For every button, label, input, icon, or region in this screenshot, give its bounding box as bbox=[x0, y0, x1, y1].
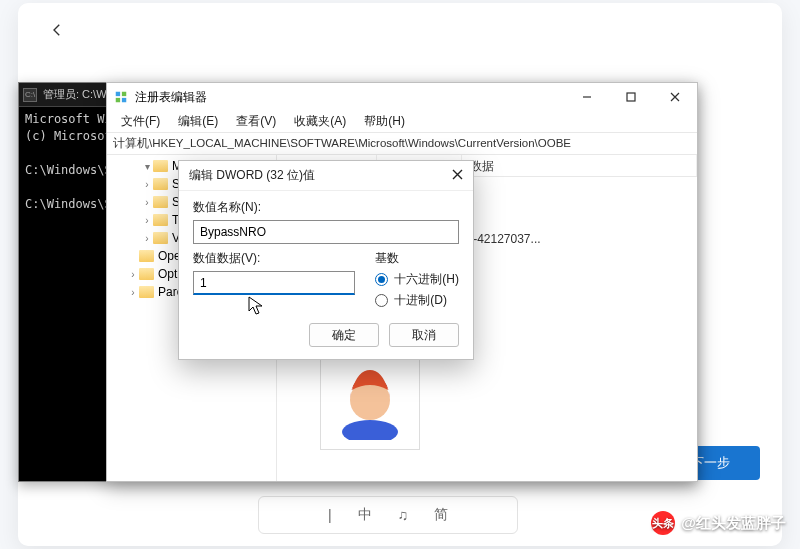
watermark-text: @红头发蓝胖子 bbox=[681, 514, 786, 533]
regedit-path[interactable]: 计算机\HKEY_LOCAL_MACHINE\SOFTWARE\Microsof… bbox=[107, 133, 697, 155]
watermark: 头条 @红头发蓝胖子 bbox=[651, 511, 786, 535]
menu-file[interactable]: 文件(F) bbox=[113, 110, 168, 133]
dialog-close-button[interactable] bbox=[452, 169, 463, 183]
dialog-title-text: 编辑 DWORD (32 位)值 bbox=[189, 167, 315, 184]
value-name-label: 数值名称(N): bbox=[193, 199, 459, 216]
regedit-icon bbox=[113, 89, 129, 105]
col-data[interactable]: 数据 bbox=[462, 155, 697, 176]
svg-rect-4 bbox=[627, 93, 635, 101]
edit-dword-dialog: 编辑 DWORD (32 位)值 数值名称(N): 数值数据(V): 基数 十六… bbox=[178, 160, 474, 360]
ime-item[interactable]: | bbox=[322, 507, 338, 523]
menu-view[interactable]: 查看(V) bbox=[228, 110, 284, 133]
svg-rect-1 bbox=[122, 92, 126, 96]
value-data-input[interactable] bbox=[193, 271, 355, 295]
svg-point-5 bbox=[342, 420, 398, 440]
ime-item[interactable]: 简 bbox=[428, 506, 454, 524]
menu-help[interactable]: 帮助(H) bbox=[356, 110, 413, 133]
watermark-logo-icon: 头条 bbox=[651, 511, 675, 535]
cancel-button[interactable]: 取消 bbox=[389, 323, 459, 347]
value-name-input[interactable] bbox=[193, 220, 459, 244]
regedit-titlebar[interactable]: 注册表编辑器 bbox=[107, 83, 697, 111]
back-button[interactable] bbox=[48, 21, 66, 42]
ime-item[interactable]: ♫ bbox=[392, 507, 415, 523]
avatar-image bbox=[320, 350, 420, 450]
svg-rect-0 bbox=[116, 92, 120, 96]
menu-edit[interactable]: 编辑(E) bbox=[170, 110, 226, 133]
cmd-title-text: 管理员: C:\Wi bbox=[43, 87, 109, 102]
svg-rect-2 bbox=[116, 98, 120, 102]
dialog-titlebar[interactable]: 编辑 DWORD (32 位)值 bbox=[179, 161, 473, 191]
value-data-label: 数值数据(V): bbox=[193, 250, 355, 267]
ok-button[interactable]: 确定 bbox=[309, 323, 379, 347]
regedit-menubar[interactable]: 文件(F) 编辑(E) 查看(V) 收藏夹(A) 帮助(H) bbox=[107, 111, 697, 133]
close-button[interactable] bbox=[653, 83, 697, 111]
ime-item[interactable]: 中 bbox=[352, 506, 378, 524]
base-label: 基数 bbox=[375, 250, 459, 267]
maximize-button[interactable] bbox=[609, 83, 653, 111]
radio-hex[interactable]: 十六进制(H) bbox=[375, 271, 459, 288]
regedit-title-text: 注册表编辑器 bbox=[135, 89, 207, 106]
minimize-button[interactable] bbox=[565, 83, 609, 111]
radio-dec[interactable]: 十进制(D) bbox=[375, 292, 459, 309]
ime-toolbar[interactable]: | 中 ♫ 简 bbox=[258, 496, 518, 534]
cmd-icon: C:\ bbox=[23, 88, 37, 102]
menu-favorites[interactable]: 收藏夹(A) bbox=[286, 110, 354, 133]
svg-rect-3 bbox=[122, 98, 126, 102]
